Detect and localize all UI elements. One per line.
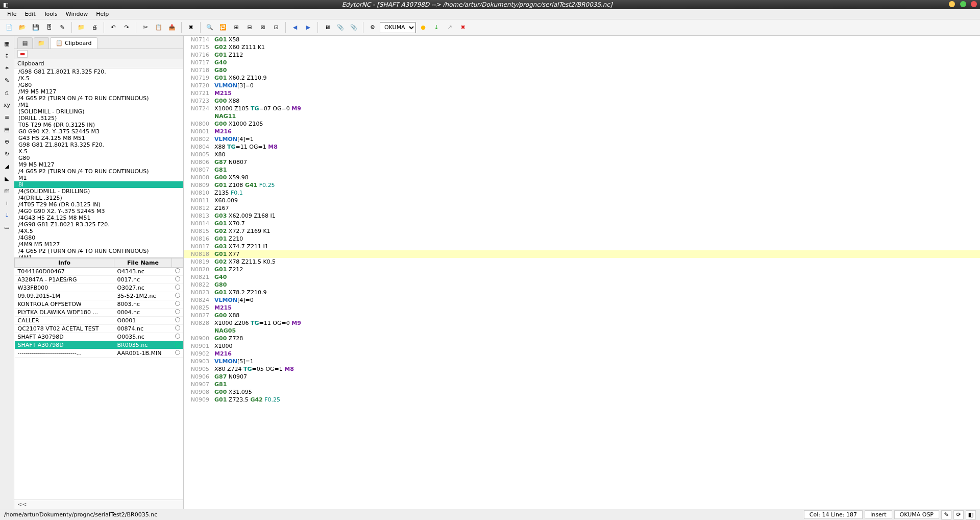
code-line[interactable]: N0714G01 X58 bbox=[184, 36, 980, 43]
file-row[interactable]: PLYTKA DLAWIKA WDF180 ...0004.nc bbox=[15, 309, 183, 317]
side-btn-3[interactable]: ✶ bbox=[2, 62, 13, 74]
side-btn-13[interactable]: m bbox=[2, 185, 13, 196]
clipboard-line[interactable]: /G98 G81 Z1.8021 R3.325 F20. bbox=[14, 68, 183, 75]
clipboard-line[interactable]: /4G43 H5 Z4.125 M8 M51 bbox=[14, 215, 183, 221]
side-btn-4[interactable]: ✎ bbox=[2, 75, 13, 86]
code-line[interactable]: N0717G40 bbox=[184, 59, 980, 66]
collapse-toggle[interactable]: << bbox=[14, 500, 183, 509]
code-line[interactable]: N0801M216 bbox=[184, 128, 980, 135]
status-indicator[interactable]: ● bbox=[417, 21, 429, 34]
code-line[interactable]: N0828X1000 Z206 TG=11 OG=0 M9 bbox=[184, 319, 980, 327]
clipboard-line[interactable]: /4G98 G81 Z1.8021 R3.325 F20. bbox=[14, 221, 183, 228]
code-line[interactable]: N0827G00 X88 bbox=[184, 312, 980, 319]
side-btn-2[interactable]: ↕ bbox=[2, 50, 13, 61]
file-row[interactable]: KONTROLA OFFSETOW8003.nc bbox=[15, 300, 183, 309]
download-button[interactable]: ↓ bbox=[430, 21, 443, 34]
code-line[interactable]: N0806G87 N0807 bbox=[184, 158, 980, 166]
delete-button[interactable]: ✖ bbox=[185, 21, 197, 34]
code-line[interactable]: N0824VLMON[4]=0 bbox=[184, 296, 980, 304]
cut-button[interactable]: ✂ bbox=[139, 21, 152, 34]
code-line[interactable]: N0822G80 bbox=[184, 281, 980, 289]
clipboard-line[interactable]: /4(DRILL .3125) bbox=[14, 195, 183, 201]
undo-button[interactable]: ↶ bbox=[107, 21, 119, 34]
clipboard-line[interactable]: M1 bbox=[14, 175, 183, 181]
menu-file[interactable]: File bbox=[3, 10, 20, 18]
clipboard-line[interactable]: G0 G90 X2. Y-.375 S2445 M3 bbox=[14, 128, 183, 135]
file-row[interactable]: W33FB000O3027.nc bbox=[15, 284, 183, 292]
code-line[interactable]: N0715G02 X60 Z111 K1 bbox=[184, 43, 980, 51]
code-line[interactable]: N0818G01 X77 bbox=[184, 250, 980, 258]
code-line[interactable]: N0804X88 TG=11 OG=1 M8 bbox=[184, 143, 980, 151]
clipboard-list[interactable]: /G98 G81 Z1.8021 R3.325 F20./X.5/G80/M9 … bbox=[14, 68, 183, 257]
code-line[interactable]: N0811X60.009 bbox=[184, 197, 980, 204]
code-line[interactable]: N0901X1000 bbox=[184, 342, 980, 350]
close-button[interactable] bbox=[971, 1, 977, 7]
attach-button[interactable]: 📎 bbox=[334, 21, 347, 34]
side-btn-11[interactable]: ◢ bbox=[2, 160, 13, 172]
clipboard-line[interactable]: /4T05 T29 M6 (DR 0.3125 IN) bbox=[14, 201, 183, 208]
side-btn-16[interactable]: ▭ bbox=[2, 222, 13, 233]
menu-tools[interactable]: Tools bbox=[40, 10, 62, 18]
side-btn-15[interactable]: ↓ bbox=[2, 209, 13, 221]
clipboard-line[interactable]: 8i bbox=[14, 181, 183, 188]
save-all-button[interactable]: 🗄 bbox=[43, 21, 55, 34]
code-line[interactable]: N0812Z167 bbox=[184, 204, 980, 212]
code-line[interactable]: N0721M215 bbox=[184, 89, 980, 97]
code-line[interactable]: N0907G81 bbox=[184, 381, 980, 388]
clipboard-line[interactable]: /4 G65 P2 (TURN ON /4 TO RUN CONTINUOUS) bbox=[14, 95, 183, 102]
file-row[interactable]: 09.09.2015-1M35-52-1M2.nc bbox=[15, 292, 183, 300]
file-row[interactable]: SHAFT A30798DO0035.nc bbox=[15, 333, 183, 341]
code-line[interactable]: N0820G01 Z212 bbox=[184, 266, 980, 273]
clipboard-line[interactable]: /M1 bbox=[14, 102, 183, 108]
minimize-button[interactable] bbox=[949, 1, 955, 7]
side-btn-5[interactable]: ⎌ bbox=[2, 87, 13, 98]
code-line[interactable]: N0724X1000 Z105 TG=07 OG=0 M9 bbox=[184, 105, 980, 112]
code-line[interactable]: N0819G02 X78 Z211.5 K0.5 bbox=[184, 258, 980, 266]
status-btn-2[interactable]: ⟳ bbox=[953, 510, 964, 519]
code-line[interactable]: N0720VLMON[3]=0 bbox=[184, 82, 980, 89]
tool-button-4[interactable]: ⊡ bbox=[270, 21, 282, 34]
code-line[interactable]: N0823G01 X78.2 Z210.9 bbox=[184, 289, 980, 296]
side-btn-14[interactable]: i bbox=[2, 197, 13, 208]
code-line[interactable]: N0906G87 N0907 bbox=[184, 373, 980, 381]
edit-button[interactable]: ✎ bbox=[56, 21, 68, 34]
code-line[interactable]: N0817G03 X74.7 Z211 I1 bbox=[184, 243, 980, 250]
code-line[interactable]: N0800G00 X1000 Z105 bbox=[184, 120, 980, 128]
file-row[interactable]: QC21078 VT02 ACETAL TEST00874.nc bbox=[15, 325, 183, 333]
side-btn-6[interactable]: xy bbox=[2, 99, 13, 110]
clipboard-delete-button[interactable]: ▬ bbox=[17, 50, 28, 58]
clipboard-line[interactable]: /4(SOLIDMILL - DRILLING) bbox=[14, 188, 183, 195]
tool-button-3[interactable]: ⊠ bbox=[257, 21, 269, 34]
clipboard-line[interactable]: X.5 bbox=[14, 148, 183, 155]
code-line[interactable]: N0808G00 X59.98 bbox=[184, 174, 980, 181]
new-file-button[interactable]: 📄 bbox=[3, 21, 15, 34]
code-line[interactable]: N0718G80 bbox=[184, 66, 980, 74]
side-btn-10[interactable]: ↻ bbox=[2, 148, 13, 159]
code-line[interactable]: N0814G01 X70.7 bbox=[184, 220, 980, 227]
code-line[interactable]: N0902M216 bbox=[184, 350, 980, 358]
clipboard-line[interactable]: G98 G81 Z1.8021 R3.325 F20. bbox=[14, 141, 183, 148]
code-line[interactable]: N0809G01 Z108 G41 F0.25 bbox=[184, 181, 980, 189]
nav-fwd-button[interactable]: ▶ bbox=[302, 21, 314, 34]
status-btn-3[interactable]: ◧ bbox=[966, 510, 976, 519]
config-button[interactable]: ⚙ bbox=[366, 21, 379, 34]
clipboard-line[interactable]: /4G80 bbox=[14, 234, 183, 241]
clipboard-line[interactable]: G80 bbox=[14, 155, 183, 161]
code-line[interactable]: NAG11 bbox=[184, 112, 980, 120]
clipboard-line[interactable]: /4X.5 bbox=[14, 228, 183, 234]
code-line[interactable]: N0825M215 bbox=[184, 304, 980, 312]
code-line[interactable]: N0816G01 Z210 bbox=[184, 235, 980, 243]
code-line[interactable]: N0716G01 Z112 bbox=[184, 51, 980, 59]
status-btn-1[interactable]: ✎ bbox=[941, 510, 951, 519]
side-btn-8[interactable]: ▤ bbox=[2, 124, 13, 135]
replace-button[interactable]: 🔁 bbox=[217, 21, 229, 34]
code-editor[interactable]: N0714G01 X58N0715G02 X60 Z111 K1N0716G01… bbox=[184, 36, 980, 509]
monitor-button[interactable]: 🖥 bbox=[321, 21, 333, 34]
code-line[interactable]: N0719G01 X60.2 Z110.9 bbox=[184, 74, 980, 82]
file-row[interactable]: -----------------------------...AAR001-1… bbox=[15, 349, 183, 358]
menu-edit[interactable]: Edit bbox=[20, 10, 39, 18]
side-btn-9[interactable]: ⊕ bbox=[2, 136, 13, 147]
nav-back-button[interactable]: ◀ bbox=[289, 21, 301, 34]
clipboard-line[interactable]: (DRILL .3125) bbox=[14, 115, 183, 122]
side-btn-12[interactable]: ◣ bbox=[2, 173, 13, 184]
